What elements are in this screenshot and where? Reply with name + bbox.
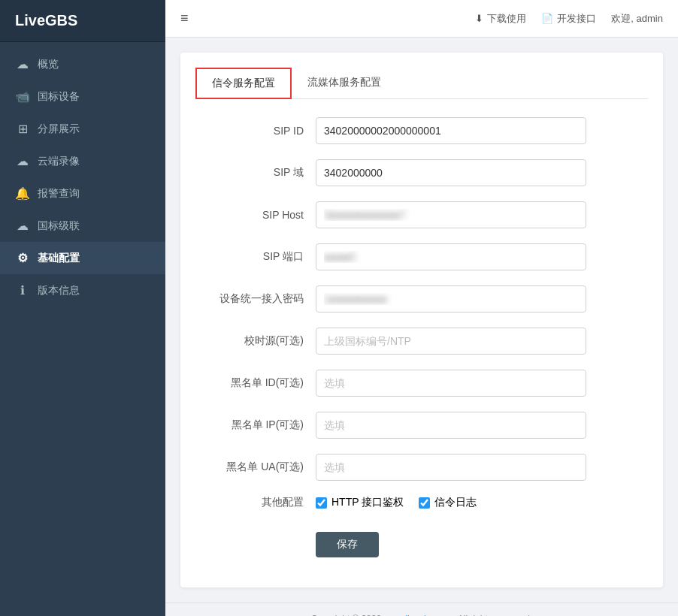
- tab-media-service[interactable]: 流媒体服务配置: [292, 68, 397, 99]
- form-label-sip-host: SIP Host: [195, 209, 316, 221]
- form-label-ntp-source: 校时源(可选): [195, 334, 316, 348]
- national-cascade-icon: ☁: [15, 219, 30, 233]
- checkbox-http-auth[interactable]: HTTP 接口鉴权: [316, 496, 404, 509]
- sidebar-item-label: 国标级联: [38, 219, 80, 233]
- download-label: 下载使用: [487, 12, 526, 26]
- download-icon: ⬇: [475, 13, 483, 24]
- basic-config-icon: ⚙: [15, 251, 30, 265]
- split-screen-icon: ⊞: [15, 122, 30, 136]
- checkbox-label-http-auth: HTTP 接口鉴权: [331, 496, 404, 509]
- tab-sip-service[interactable]: 信令服务配置: [195, 68, 292, 99]
- download-button[interactable]: ⬇ 下载使用: [475, 12, 526, 26]
- form-row-sip-port: SIP 端口: [195, 243, 648, 270]
- sidebar: LiveGBS ☁概览📹国标设备⊞分屏展示☁云端录像🔔报警查询☁国标级联⚙基础配…: [0, 0, 165, 616]
- form-input-blacklist-id[interactable]: [316, 370, 586, 397]
- sidebar-item-label: 版本信息: [38, 284, 80, 297]
- form-row-sip-id: SIP ID: [195, 117, 648, 144]
- form-label-sip-port: SIP 端口: [195, 250, 316, 264]
- checkbox-input-http-auth[interactable]: [316, 497, 327, 509]
- api-icon: 📄: [541, 13, 553, 24]
- sidebar-item-overview[interactable]: ☁概览: [0, 48, 165, 80]
- checkbox-signal-log[interactable]: 信令日志: [419, 496, 477, 509]
- sidebar-nav: ☁概览📹国标设备⊞分屏展示☁云端录像🔔报警查询☁国标级联⚙基础配置ℹ版本信息: [0, 42, 165, 616]
- tabs: 信令服务配置流媒体服务配置: [195, 68, 648, 99]
- checkbox-input-signal-log[interactable]: [419, 497, 430, 509]
- api-label: 开发接口: [557, 12, 596, 26]
- sidebar-item-label: 国标设备: [38, 90, 80, 104]
- form-input-sip-id[interactable]: [316, 117, 586, 144]
- form-input-sip-port[interactable]: [316, 243, 586, 270]
- national-devices-icon: 📹: [15, 89, 30, 104]
- sidebar-item-label: 分屏展示: [38, 122, 80, 136]
- overview-icon: ☁: [15, 57, 30, 71]
- sidebar-item-national-devices[interactable]: 📹国标设备: [0, 80, 165, 113]
- form-row-sip-domain: SIP 域: [195, 159, 648, 186]
- form-row-other-config: 其他配置HTTP 接口鉴权信令日志: [195, 496, 648, 509]
- sidebar-item-basic-config[interactable]: ⚙基础配置: [0, 242, 165, 274]
- form-input-sip-domain[interactable]: [316, 159, 586, 186]
- sidebar-item-national-cascade[interactable]: ☁国标级联: [0, 210, 165, 242]
- form-row-sip-host: SIP Host: [195, 201, 648, 228]
- sidebar-item-label: 基础配置: [38, 252, 80, 265]
- app-logo: LiveGBS: [0, 0, 165, 42]
- version-info-icon: ℹ: [15, 283, 30, 297]
- form-input-device-password[interactable]: [316, 285, 586, 313]
- form-input-blacklist-ip[interactable]: [316, 412, 586, 439]
- topnav-right: ⬇ 下载使用 📄 开发接口 欢迎, admin: [475, 12, 663, 26]
- form-row-blacklist-ip: 黑名单 IP(可选): [195, 412, 648, 439]
- form-input-sip-host[interactable]: [316, 201, 586, 228]
- form-input-ntp-source[interactable]: [316, 328, 586, 355]
- form-label-blacklist-id: 黑名单 ID(可选): [195, 376, 316, 390]
- sidebar-item-cloud-recording[interactable]: ☁云端录像: [0, 145, 165, 177]
- form-label-blacklist-ip: 黑名单 IP(可选): [195, 418, 316, 432]
- form-input-blacklist-ua[interactable]: [316, 454, 586, 481]
- sidebar-item-alarm-query[interactable]: 🔔报警查询: [0, 177, 165, 210]
- cloud-recording-icon: ☁: [15, 154, 30, 168]
- hamburger-icon[interactable]: ≡: [180, 11, 189, 26]
- form-row-save: 保存: [195, 524, 648, 557]
- checkbox-row: HTTP 接口鉴权信令日志: [316, 496, 477, 509]
- form-label-blacklist-ua: 黑名单 UA(可选): [195, 460, 316, 474]
- sidebar-item-label: 报警查询: [38, 187, 80, 201]
- content-card: 信令服务配置流媒体服务配置 SIP IDSIP 域SIP HostSIP 端口设…: [180, 53, 663, 587]
- sidebar-item-label: 概览: [38, 58, 59, 71]
- sidebar-item-label: 云端录像: [38, 155, 80, 168]
- footer: Copyright © 2020 www.liveqing.com All ri…: [165, 602, 678, 616]
- form-row-blacklist-id: 黑名单 ID(可选): [195, 370, 648, 397]
- save-button[interactable]: 保存: [316, 532, 379, 557]
- form-label-device-password: 设备统一接入密码: [195, 292, 316, 306]
- topnav: ≡ ⬇ 下载使用 📄 开发接口 欢迎, admin: [165, 0, 678, 38]
- api-button[interactable]: 📄 开发接口: [541, 12, 596, 26]
- other-config-label: 其他配置: [195, 496, 316, 509]
- form-row-device-password: 设备统一接入密码: [195, 285, 648, 313]
- sidebar-item-version-info[interactable]: ℹ版本信息: [0, 274, 165, 306]
- sidebar-item-split-screen[interactable]: ⊞分屏展示: [0, 113, 165, 145]
- form-label-sip-domain: SIP 域: [195, 166, 316, 180]
- form-row-ntp-source: 校时源(可选): [195, 328, 648, 355]
- main-content: ≡ ⬇ 下载使用 📄 开发接口 欢迎, admin 信令服务配置流媒体服务配置: [165, 0, 678, 616]
- alarm-query-icon: 🔔: [15, 186, 30, 201]
- checkbox-label-signal-log: 信令日志: [434, 496, 477, 509]
- form-label-sip-id: SIP ID: [195, 125, 316, 137]
- welcome-label: 欢迎, admin: [611, 12, 663, 26]
- content-area: 信令服务配置流媒体服务配置 SIP IDSIP 域SIP HostSIP 端口设…: [165, 38, 678, 602]
- form-row-blacklist-ua: 黑名单 UA(可选): [195, 454, 648, 481]
- form-body: SIP IDSIP 域SIP HostSIP 端口设备统一接入密码校时源(可选)…: [195, 117, 648, 557]
